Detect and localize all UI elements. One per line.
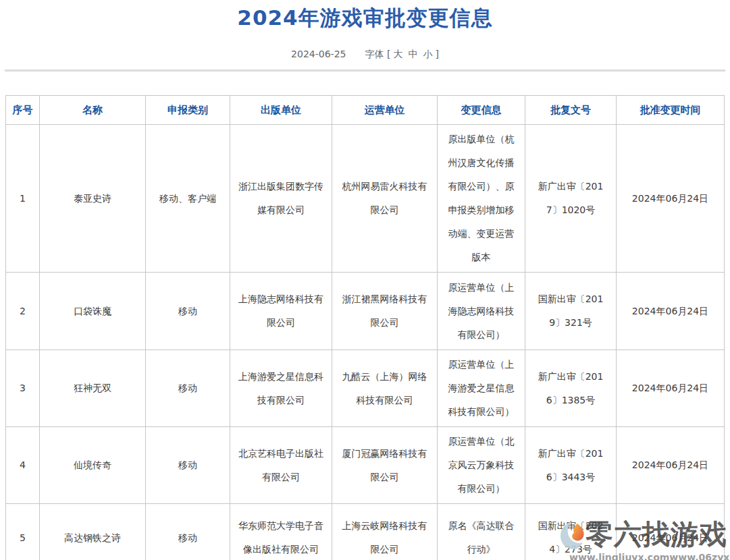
table-cell: 3 [6, 350, 40, 427]
table-cell: 2024年06月24日 [617, 350, 725, 427]
table-cell: 华东师范大学电子音像出版社有限公司 [230, 504, 332, 560]
table-cell: 上海游爱之星信息科技有限公司 [230, 350, 332, 427]
column-header: 序号 [6, 96, 40, 125]
table-cell: 口袋诛魔 [40, 273, 146, 350]
table-row: 5高达钢铁之诗移动华东师范大学电子音像出版社有限公司上海云岐网络科技有限公司原名… [6, 504, 725, 560]
table-cell: 上海云岐网络科技有限公司 [332, 504, 438, 560]
table-cell: 高达钢铁之诗 [40, 504, 146, 560]
table-cell: 原运营单位（北京风云万象科技有限公司） [438, 427, 525, 504]
table-cell: 2024年06月24日 [617, 504, 725, 560]
table-cell: 原运营单位（上海游爱之星信息科技有限公司） [438, 350, 525, 427]
page: 2024年游戏审批变更信息 2024-06-25字体 [大中小] 序号名称申报类… [0, 0, 730, 560]
font-size-selector: 字体 [大中小] [365, 49, 438, 59]
table-cell: 原名《高达联合行动》 [438, 504, 525, 560]
column-header: 名称 [40, 96, 146, 125]
approval-table: 序号名称申报类别出版单位运营单位变更信息批复文号批准变更时间 1泰亚史诗移动、客… [5, 95, 725, 560]
table-body: 1泰亚史诗移动、客户端浙江出版集团数字传媒有限公司杭州网易雷火科技有限公司原出版… [6, 125, 725, 560]
table-cell: 4 [6, 427, 40, 504]
table-cell: 原运营单位（上海隐志网络科技有限公司） [438, 273, 525, 350]
table-cell: 国新出审〔2019〕321号 [525, 273, 617, 350]
table-cell: 新广出审〔2017〕1020号 [525, 125, 617, 273]
table-cell: 厦门冠赢网络科技有限公司 [332, 427, 438, 504]
column-header: 运营单位 [332, 96, 438, 125]
font-size-option[interactable]: 中 [408, 49, 417, 59]
table-cell: 杭州网易雷火科技有限公司 [332, 125, 438, 273]
table-cell: 仙境传奇 [40, 427, 146, 504]
table-cell: 移动、客户端 [146, 125, 230, 273]
column-header: 批准变更时间 [617, 96, 725, 125]
column-header: 变更信息 [438, 96, 525, 125]
table-cell: 新广出审〔2016〕3443号 [525, 427, 617, 504]
column-header: 出版单位 [230, 96, 332, 125]
table-cell: 国新出审〔2024〕273号 [525, 504, 617, 560]
table-cell: 狂神无双 [40, 350, 146, 427]
meta-bar: 2024-06-25字体 [大中小] [0, 49, 730, 61]
table-cell: 原出版单位（杭州汉唐文化传播有限公司）、原申报类别增加移动端、变更运营版本 [438, 125, 525, 273]
table-row: 4仙境传奇移动北京艺科电子出版社有限公司厦门冠赢网络科技有限公司原运营单位（北京… [6, 427, 725, 504]
page-title: 2024年游戏审批变更信息 [0, 4, 730, 32]
table-cell: 移动 [146, 427, 230, 504]
table-cell: 2 [6, 273, 40, 350]
table-cell: 2024年06月24日 [617, 125, 725, 273]
font-size-options: 大中小 [390, 49, 435, 59]
publish-date: 2024-06-25 [291, 49, 346, 59]
table-cell: 2024年06月24日 [617, 273, 725, 350]
table-row: 1泰亚史诗移动、客户端浙江出版集团数字传媒有限公司杭州网易雷火科技有限公司原出版… [6, 125, 725, 273]
font-size-option[interactable]: 小 [423, 49, 432, 59]
table-cell: 2024年06月24日 [617, 427, 725, 504]
table-cell: 上海隐志网络科技有限公司 [230, 273, 332, 350]
table-cell: 移动 [146, 504, 230, 560]
font-size-option[interactable]: 大 [393, 49, 402, 59]
table-cell: 泰亚史诗 [40, 125, 146, 273]
divider-line [5, 69, 725, 72]
table-row: 3狂神无双移动上海游爱之星信息科技有限公司九酷云（上海）网络科技有限公司原运营单… [6, 350, 725, 427]
table-cell: 1 [6, 125, 40, 273]
column-header: 批复文号 [525, 96, 617, 125]
table-cell: 新广出审〔2016〕1385号 [525, 350, 617, 427]
table-cell: 北京艺科电子出版社有限公司 [230, 427, 332, 504]
bracket-close: ] [435, 49, 438, 59]
table-cell: 移动 [146, 350, 230, 427]
font-size-label: 字体 [365, 49, 384, 59]
table-cell: 移动 [146, 273, 230, 350]
table-cell: 5 [6, 504, 40, 560]
table-cell: 九酷云（上海）网络科技有限公司 [332, 350, 438, 427]
header-row: 序号名称申报类别出版单位运营单位变更信息批复文号批准变更时间 [6, 96, 725, 125]
table-row: 2口袋诛魔移动上海隐志网络科技有限公司浙江裙黑网络科技有限公司原运营单位（上海隐… [6, 273, 725, 350]
column-header: 申报类别 [146, 96, 230, 125]
table-cell: 浙江裙黑网络科技有限公司 [332, 273, 438, 350]
table-cell: 浙江出版集团数字传媒有限公司 [230, 125, 332, 273]
